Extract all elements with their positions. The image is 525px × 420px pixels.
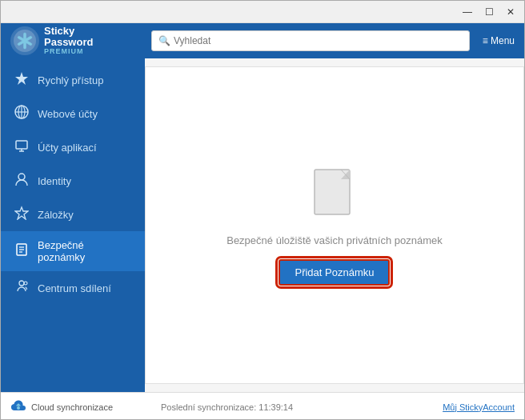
close-button[interactable]: ✕ [503,6,518,18]
cloud-sync-area: Cloud synchronizace [10,400,154,414]
sidebar-item-identities[interactable]: Identity [1,164,145,198]
note-placeholder-icon [311,166,359,222]
svg-rect-9 [16,141,27,149]
app-accounts-icon [14,138,30,156]
sidebar-label-identities: Identity [38,175,71,187]
minimize-button[interactable]: — [459,6,475,18]
quick-access-icon [14,71,30,89]
topbar: Sticky Password PREMIUM 🔍 ≡ Menu [1,23,524,58]
menu-button[interactable]: ≡ Menu [483,35,515,46]
main-panel: Bezpečné úložiště vašich privátních pozn… [145,58,524,392]
cloud-sync-icon [10,400,26,414]
titlebar: — ☐ ✕ [1,1,524,23]
logo-password: Password [44,37,93,48]
sidebar-item-app-accounts[interactable]: Účty aplikací [1,130,145,164]
web-accounts-icon [14,105,30,122]
logo-area: Sticky Password PREMIUM [10,26,145,56]
notes-content-area: Bezpečné úložiště vašich privátních pozn… [145,66,524,384]
empty-state: Bezpečné úložiště vašich privátních pozn… [226,166,443,286]
logo-icon [10,26,39,55]
content-area: Rychlý přístup Webové účty Účty aplikací… [1,58,524,392]
cloud-sync-label: Cloud synchronizace [31,402,113,412]
sync-info: Poslední synchronizace: 11:39:14 [161,402,436,412]
logo-text: Sticky Password PREMIUM [44,26,93,56]
svg-point-21 [17,406,20,410]
svg-point-18 [19,281,24,286]
app-window: Sticky Password PREMIUM 🔍 ≡ Menu Rychlý … [1,23,524,420]
identities-icon [14,172,30,190]
account-link[interactable]: Můj StickyAccount [443,402,515,412]
sidebar-item-bookmarks[interactable]: Záložky [1,198,145,231]
logo-premium: PREMIUM [44,48,93,56]
sidebar-item-sharing-center[interactable]: Centrum sdílení [1,271,145,305]
search-input[interactable] [174,35,463,46]
sidebar-label-secure-notes: Bezpečné poznámky [38,239,132,263]
sharing-center-icon [14,279,30,297]
svg-point-12 [18,174,25,180]
sidebar-label-web-accounts: Webové účty [38,108,98,120]
sidebar-label-sharing-center: Centrum sdílení [38,282,111,294]
titlebar-controls: — ☐ ✕ [459,6,518,18]
sidebar-item-secure-notes[interactable]: Bezpečné poznámky [1,231,145,271]
bookmarks-icon [14,206,30,223]
logo-sticky: Sticky [44,26,93,37]
sidebar-label-bookmarks: Záložky [38,209,74,221]
maximize-button[interactable]: ☐ [482,6,497,18]
sidebar-label-quick-access: Rychlý přístup [38,74,103,86]
sidebar: Rychlý přístup Webové účty Účty aplikací… [1,58,145,392]
sidebar-item-web-accounts[interactable]: Webové účty [1,97,145,130]
sidebar-label-app-accounts: Účty aplikací [38,142,97,154]
search-icon: 🔍 [158,35,170,46]
add-note-button[interactable]: Přidat Poznámku [279,259,390,286]
bottombar: Cloud synchronizace Poslední synchroniza… [1,392,524,420]
svg-marker-13 [15,207,28,219]
secure-notes-icon [14,242,30,260]
sidebar-item-quick-access[interactable]: Rychlý přístup [1,63,145,97]
empty-state-text: Bezpečné úložiště vašich privátních pozn… [226,234,443,246]
search-bar[interactable]: 🔍 [151,30,470,51]
